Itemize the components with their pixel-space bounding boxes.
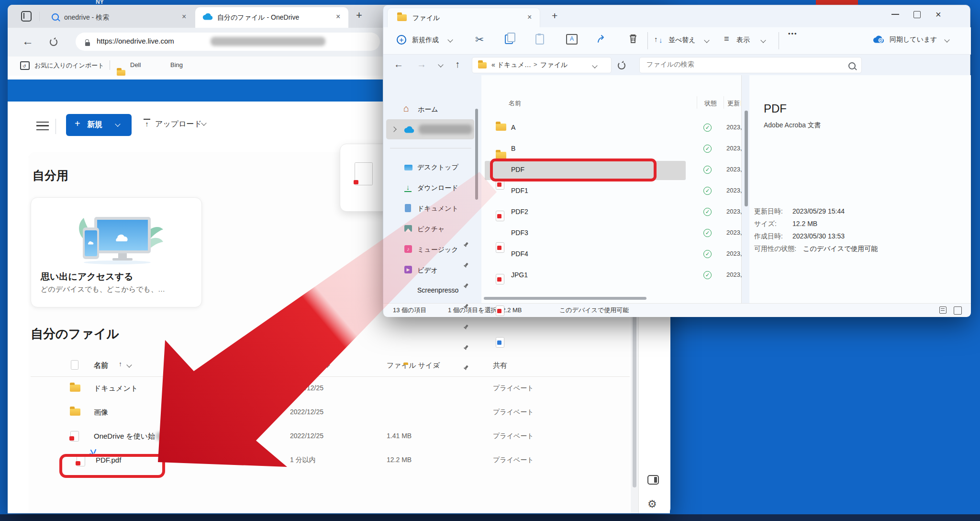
explorer-sidebar: ⌂ ホーム xyxy=(383,75,479,303)
browser-tab-search[interactable]: onedrive - 検索 × xyxy=(46,9,192,26)
chevron-right-icon[interactable] xyxy=(391,126,396,132)
nav-back-icon[interactable]: ← xyxy=(394,59,403,70)
onedrive-cloud-icon xyxy=(403,125,415,134)
card-title: 思い出にアクセスする xyxy=(41,271,134,283)
chevron-down-icon xyxy=(115,121,120,126)
new-item-button[interactable]: + 新規作成 xyxy=(397,34,473,48)
table-row[interactable]: 画像 2022/12/25 プライベート xyxy=(31,400,630,424)
horizontal-scrollbar[interactable] xyxy=(481,295,741,301)
close-icon[interactable]: × xyxy=(182,13,186,21)
col-size[interactable]: ファイル サイズ xyxy=(387,361,440,370)
col-name[interactable]: 名前 xyxy=(509,99,521,108)
plus-icon: + xyxy=(75,118,80,129)
desktop-bottom-strip xyxy=(0,514,980,521)
sort-button[interactable]: ↑↓ 並べ替え xyxy=(654,34,716,48)
recent-locations-icon[interactable] xyxy=(438,62,443,67)
url-redacted xyxy=(211,37,325,46)
onedrive-sync-icon xyxy=(872,35,885,44)
url-text[interactable]: https://onedrive.live.com xyxy=(97,37,174,45)
home-icon: ⌂ xyxy=(403,103,409,114)
card-subtitle: どのデバイスでも、どこからでも、… xyxy=(41,285,165,294)
sync-status[interactable]: 同期しています xyxy=(872,33,963,47)
explorer-tab[interactable]: ファイル × xyxy=(387,8,540,27)
highlight-box-explorer-pdf xyxy=(490,159,657,181)
new-tab-icon[interactable]: + xyxy=(356,10,362,21)
table-header: 名前 ↑ 更新日時 ファイル サイズ 共有 xyxy=(31,355,630,377)
address-bar[interactable]: https://onedrive.live.com xyxy=(76,33,380,51)
search-box[interactable] xyxy=(639,57,862,73)
nav-up-icon[interactable]: ↑ xyxy=(455,59,460,70)
delete-icon[interactable] xyxy=(628,34,638,44)
more-options-icon[interactable]: ••• xyxy=(788,30,798,37)
table-row[interactable]: ドキュメント 2022/12/25 プライベート xyxy=(31,376,630,400)
favorites-import-label[interactable]: お気に入りのインポート xyxy=(34,61,104,70)
col-share[interactable]: 共有 xyxy=(493,361,507,370)
breadcrumb-parent[interactable]: « ドキュメ… xyxy=(491,61,531,69)
cut-icon[interactable]: ✂ xyxy=(475,34,484,46)
nav-forward-icon[interactable]: → xyxy=(417,59,426,70)
col-status[interactable]: 状態 xyxy=(704,99,717,108)
close-icon[interactable]: × xyxy=(336,13,340,21)
selection-info: 1 個の項目を選択 12.2 MB xyxy=(448,306,522,315)
status-bar: 13 個の項目 1 個の項目を選択 12.2 MB このデバイスで使用可能 xyxy=(383,303,971,317)
folder-icon xyxy=(70,385,80,392)
col-modified[interactable]: 更新日 xyxy=(727,99,741,108)
upload-button[interactable]: ↑ アップロード xyxy=(144,117,220,133)
refresh-icon[interactable] xyxy=(618,62,625,69)
explorer-window: ファイル × + × + 新規作成 ✂ A xyxy=(383,5,970,316)
favorite-dell[interactable]: Dell xyxy=(130,61,141,68)
details-subtitle: Adobe Acroba 文書 xyxy=(764,121,821,130)
section-personal: 自分用 xyxy=(33,168,68,183)
paste-icon[interactable] xyxy=(535,34,544,45)
redacted-account-name xyxy=(419,125,472,134)
details-view-icon[interactable] xyxy=(939,306,947,314)
large-icons-view-icon[interactable] xyxy=(954,306,962,315)
search-icon xyxy=(52,13,59,21)
search-input[interactable] xyxy=(646,60,839,68)
settings-gear-icon[interactable]: ⚙ xyxy=(647,498,657,510)
col-name[interactable]: 名前 xyxy=(94,361,108,370)
back-icon[interactable]: ← xyxy=(22,34,33,48)
menu-icon[interactable] xyxy=(36,122,49,130)
breadcrumb-sep: > xyxy=(534,61,537,68)
copy-icon[interactable] xyxy=(505,34,513,44)
maximize-icon[interactable] xyxy=(913,11,921,18)
favorite-folder-icon xyxy=(117,70,125,76)
table-row[interactable]: OneDrive を使い始 2022/12/25 1.41 MB プライベート xyxy=(31,424,630,448)
doc-type-icon xyxy=(71,360,78,370)
tab-actions-icon[interactable] xyxy=(21,11,32,22)
sidebar-item-onedrive[interactable] xyxy=(386,119,474,139)
search-icon xyxy=(848,62,856,69)
sort-icon: ↑ xyxy=(654,35,658,43)
refresh-icon[interactable] xyxy=(50,38,57,46)
sidebar-toggle-icon[interactable] xyxy=(647,475,659,485)
chevron-down-icon xyxy=(447,37,453,42)
breadcrumb-bar[interactable]: « ドキュメ… > ファイル xyxy=(472,57,612,73)
new-button[interactable]: + 新規 xyxy=(66,114,132,136)
share-icon[interactable] xyxy=(597,34,607,44)
files-table: 名前 ↑ 更新日時 ファイル サイズ 共有 ドキュメント 2022/12/25 … xyxy=(31,355,629,513)
scrollbar-thumb[interactable] xyxy=(633,315,636,487)
section-files: 自分のファイル xyxy=(31,326,119,342)
col-modified[interactable]: 更新日時 xyxy=(290,361,319,370)
folder-icon xyxy=(70,408,80,416)
sidebar-item-home[interactable]: ⌂ ホーム xyxy=(398,103,474,117)
browser-tab-onedrive-active[interactable]: 自分のファイル - OneDrive × xyxy=(195,7,348,28)
new-tab-icon[interactable]: + xyxy=(552,10,557,22)
view-button[interactable]: ≡ 表示 xyxy=(724,34,772,48)
close-icon[interactable]: × xyxy=(935,9,941,20)
memories-card[interactable]: 思い出にアクセスする どのデバイスでも、どこからでも、… xyxy=(31,197,202,307)
view-icon: ≡ xyxy=(724,34,729,44)
folder-icon xyxy=(397,14,407,21)
details-scrollbar[interactable] xyxy=(743,75,749,303)
breadcrumb-current[interactable]: ファイル xyxy=(540,61,568,69)
explorer-tab-title: ファイル xyxy=(412,14,440,23)
rename-icon[interactable]: A xyxy=(566,34,578,45)
close-icon[interactable]: × xyxy=(527,13,532,21)
minimize-icon[interactable] xyxy=(891,14,899,15)
tab-label: 自分のファイル - OneDrive xyxy=(217,13,299,22)
favorite-bing[interactable]: Bing xyxy=(170,61,183,68)
sidebar-scrollbar[interactable] xyxy=(474,75,479,303)
favorites-import-icon[interactable]: ↺ xyxy=(20,61,30,70)
explorer-toolbar: + 新規作成 ✂ A ↑↓ 並べ替え xyxy=(383,27,971,55)
